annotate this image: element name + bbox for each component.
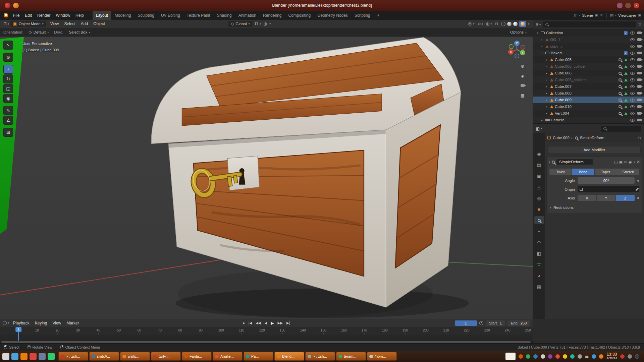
tray-icon[interactable] [570, 354, 575, 359]
axis-y-button[interactable]: Y [597, 195, 616, 201]
keyboard-layout-indicator[interactable]: us [585, 354, 589, 358]
orientation-dropdown[interactable]: ◇Default▾ [26, 29, 51, 35]
viewlayer-name[interactable]: ViewLayer [618, 13, 636, 17]
launcher-icon[interactable] [20, 353, 28, 360]
jump-end-button[interactable]: ▶| [286, 321, 290, 325]
properties-tab-particles[interactable]: ∗ [534, 227, 544, 235]
modifier-extras-dropdown[interactable]: ▾ [634, 161, 635, 164]
measure-tool[interactable]: ∠ [3, 116, 13, 125]
workspace-tab-animation[interactable]: Animation [235, 11, 260, 20]
properties-tab-texture[interactable]: ▦ [534, 283, 544, 291]
add-modifier-button[interactable]: Add Modifier [548, 146, 641, 153]
scene-name[interactable]: Scene [582, 13, 593, 17]
viewport-menu-view[interactable]: View [48, 20, 62, 27]
tray-icon[interactable] [578, 354, 582, 359]
add-workspace-button[interactable]: + [374, 13, 383, 18]
timeline-editor-type-button[interactable]: ▾ [3, 321, 9, 325]
outliner-row-Camera[interactable]: ▸Camera [533, 117, 644, 123]
hide-eye-icon[interactable] [630, 65, 635, 68]
outliner-row-Cube.005[interactable]: ▸Cube.005 [533, 56, 644, 63]
timeline-menu-marker[interactable]: Marker [64, 320, 82, 326]
properties-tab-physics[interactable]: ◠ [534, 238, 544, 246]
properties-tab-view-layer[interactable]: ▣ [534, 172, 544, 180]
play-reverse-button[interactable]: ◀ [265, 321, 267, 325]
disable-render-icon[interactable] [637, 119, 641, 121]
display-realtime-toggle[interactable]: ▭ [624, 160, 627, 164]
properties-tab-render[interactable]: ◉ [534, 150, 544, 158]
disable-render-icon[interactable] [637, 52, 641, 54]
navigation-gizmo[interactable]: Z Y X [506, 39, 528, 61]
pin-icon[interactable]: ⊙ [638, 135, 641, 140]
disable-render-icon[interactable] [637, 92, 641, 95]
camera-view-icon[interactable] [519, 82, 526, 89]
outliner-row-copy[interactable]: ▸copy3 [533, 43, 644, 50]
app-menu-icon[interactable] [13, 3, 19, 8]
breadcrumb-modifier[interactable]: SimpleDeform [580, 136, 604, 140]
disable-render-icon[interactable] [637, 65, 641, 68]
viewport-menu-select[interactable]: Select [61, 20, 78, 27]
launcher-icon[interactable] [48, 353, 55, 360]
axis-z-button[interactable]: Z [616, 195, 635, 201]
outliner-row-Cube.006[interactable]: ▸Cube.006 [533, 70, 644, 76]
disable-render-icon[interactable] [637, 45, 641, 48]
hide-eye-icon[interactable] [630, 52, 635, 55]
properties-editor-type-button[interactable]: ◧▾ [536, 126, 542, 131]
hide-eye-icon[interactable] [630, 112, 635, 115]
workspace-tab-uv-editing[interactable]: UV Editing [158, 11, 183, 20]
properties-tab-data[interactable]: ▽ [534, 260, 544, 268]
scene-browse-icon[interactable]: ◫ [574, 13, 577, 17]
menu-render[interactable]: Render [35, 12, 53, 19]
3d-viewport[interactable]: User Perspective (1) Baked | Cube.009 ↖⊕… [0, 37, 533, 319]
disable-render-icon[interactable] [637, 85, 641, 88]
shading-material-button[interactable] [513, 22, 518, 26]
tray-icon[interactable] [526, 354, 530, 359]
shading-solid-button[interactable] [507, 22, 512, 26]
current-frame-field[interactable]: 1 [455, 320, 477, 326]
notification-panel[interactable] [505, 353, 516, 360]
disable-render-icon[interactable] [637, 112, 641, 115]
use-preview-range-icon[interactable] [479, 321, 483, 325]
disable-render-icon[interactable] [637, 78, 641, 81]
menu-file[interactable]: File [10, 12, 22, 19]
timeline-menu-view[interactable]: View [50, 320, 64, 326]
workspace-tab-modeling[interactable]: Modeling [111, 11, 135, 20]
play-button[interactable]: ▶ [271, 321, 274, 325]
outliner-search-input[interactable] [543, 21, 636, 27]
editor-type-button[interactable]: ⊞▾ [3, 21, 9, 26]
viewport-menu-object[interactable]: Object [91, 20, 108, 27]
properties-tab-constraints[interactable]: ◧ [534, 249, 544, 257]
drag-dropdown[interactable]: Select Box▾ [66, 29, 93, 35]
tray-icon[interactable] [519, 354, 523, 359]
axis-x-button[interactable]: X [578, 195, 597, 201]
outliner-row-Cube.006_collider[interactable]: ▸Cube.006_collider [533, 76, 644, 83]
breadcrumb-object[interactable]: Cube.009 [553, 136, 570, 140]
viewlayer-icon[interactable]: ▤ [610, 13, 613, 17]
outliner-row-Vert.004[interactable]: ▸Vert.004 [533, 110, 644, 117]
outliner-row-Baked[interactable]: ▾Baked✓ [533, 50, 644, 56]
window-menu-button[interactable] [617, 3, 623, 8]
menu-window[interactable]: Window [53, 12, 73, 19]
app-menu-launcher-icon[interactable] [2, 353, 9, 360]
tray-icon[interactable] [533, 354, 538, 359]
launcher-icon[interactable] [30, 353, 37, 360]
outliner-row-OG[interactable]: ▸OG3 [533, 36, 644, 43]
workspace-tab-geometry-nodes[interactable]: Geometry Nodes [314, 11, 351, 20]
show-object-types-dropdown[interactable]: ▾ [468, 22, 475, 25]
taskbar-window-wallp-[interactable]: wallp... [120, 352, 150, 361]
proportional-edit-toggle[interactable]: ◎ [264, 21, 267, 26]
zoom-icon[interactable]: ⊕ [519, 63, 526, 69]
outliner-editor-type-button[interactable]: ≡▾ [536, 22, 541, 27]
tray-icon[interactable] [555, 354, 560, 359]
outliner-filter-icon[interactable]: ▽ [639, 22, 641, 27]
perspective-toggle-icon[interactable]: ▦ [519, 92, 526, 99]
snap-dropdown[interactable]: ▾ [260, 22, 261, 25]
properties-tab-output[interactable]: ▤ [534, 161, 544, 169]
properties-tab-material[interactable]: ◕ [534, 272, 544, 280]
show-gizmo-toggle[interactable]: ⊕▾ [478, 21, 483, 26]
timeline-menu-playback[interactable]: Playback [10, 320, 32, 326]
hide-eye-icon[interactable] [630, 58, 635, 61]
pan-hand-icon[interactable]: ◈ [519, 72, 526, 79]
deform-mode-bend[interactable]: Bend [572, 169, 594, 175]
properties-search-input[interactable] [601, 126, 641, 132]
tray-icon[interactable] [635, 354, 639, 359]
